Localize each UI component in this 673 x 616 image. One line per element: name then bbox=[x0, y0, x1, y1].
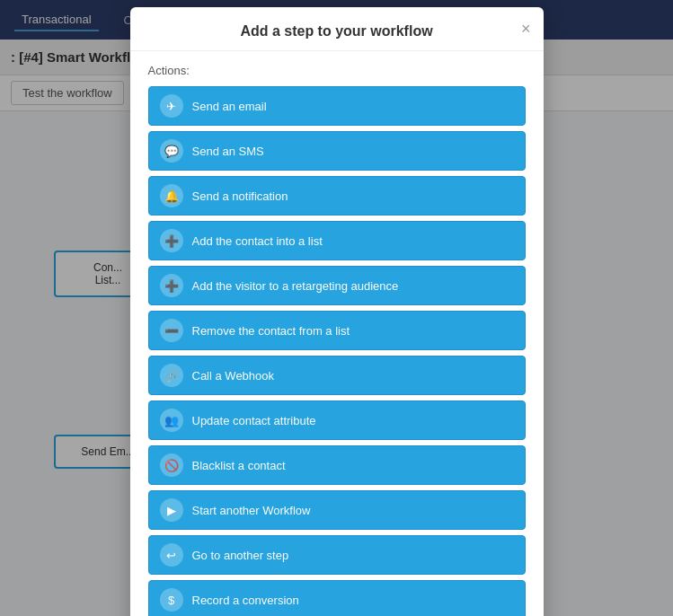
blacklist-contact-icon: 🚫 bbox=[160, 453, 183, 477]
send-notification-label: Send a notification bbox=[192, 189, 288, 203]
action-btn-remove-contact-list[interactable]: ➖Remove the contact from a list bbox=[148, 311, 526, 350]
update-contact-icon: 👥 bbox=[160, 409, 183, 432]
add-step-modal: Add a step to your workflow × Actions: ✈… bbox=[130, 7, 544, 616]
send-email-label: Send an email bbox=[192, 100, 267, 113]
remove-contact-list-icon: ➖ bbox=[160, 319, 183, 342]
go-to-step-icon: ↩ bbox=[160, 543, 183, 567]
modal-body: Actions: ✈Send an email💬Send an SMS🔔Send… bbox=[130, 51, 544, 616]
action-btn-send-sms[interactable]: 💬Send an SMS bbox=[148, 131, 526, 171]
go-to-step-label: Go to another step bbox=[192, 549, 289, 562]
record-conversion-icon: $ bbox=[160, 588, 183, 612]
start-workflow-icon: ▶ bbox=[160, 498, 183, 522]
action-btn-call-webhook[interactable]: 🔗Call a Webhook bbox=[148, 356, 526, 395]
action-btn-send-email[interactable]: ✈Send an email bbox=[148, 86, 526, 126]
add-contact-list-label: Add the contact into a list bbox=[192, 234, 323, 248]
call-webhook-icon: 🔗 bbox=[160, 364, 183, 387]
modal-title: Add a step to your workflow bbox=[240, 23, 432, 40]
modal-header: Add a step to your workflow × bbox=[130, 7, 544, 51]
add-visitor-retargeting-icon: ➕ bbox=[160, 274, 183, 297]
call-webhook-label: Call a Webhook bbox=[192, 369, 275, 383]
action-btn-start-workflow[interactable]: ▶Start another Workflow bbox=[148, 490, 526, 530]
send-email-icon: ✈ bbox=[160, 94, 183, 118]
action-btn-send-notification[interactable]: 🔔Send a notification bbox=[148, 176, 526, 216]
blacklist-contact-label: Blacklist a contact bbox=[192, 459, 286, 472]
update-contact-label: Update contact attribute bbox=[192, 414, 316, 427]
modal-close-button[interactable]: × bbox=[521, 21, 531, 37]
send-sms-label: Send an SMS bbox=[192, 145, 264, 158]
add-visitor-retargeting-label: Add the visitor to a retargeting audienc… bbox=[192, 279, 399, 293]
action-btn-blacklist-contact[interactable]: 🚫Blacklist a contact bbox=[148, 445, 526, 485]
action-btn-record-conversion[interactable]: $Record a conversion bbox=[148, 580, 526, 616]
start-workflow-label: Start another Workflow bbox=[192, 504, 311, 517]
send-sms-icon: 💬 bbox=[160, 139, 183, 163]
add-contact-list-icon: ➕ bbox=[160, 229, 183, 252]
remove-contact-list-label: Remove the contact from a list bbox=[192, 324, 350, 338]
actions-label: Actions: bbox=[148, 64, 526, 77]
action-btn-add-visitor-retargeting[interactable]: ➕Add the visitor to a retargeting audien… bbox=[148, 266, 526, 305]
action-btn-add-contact-list[interactable]: ➕Add the contact into a list bbox=[148, 221, 526, 260]
action-btn-go-to-step[interactable]: ↩Go to another step bbox=[148, 535, 526, 575]
send-notification-icon: 🔔 bbox=[160, 184, 183, 207]
action-btn-update-contact[interactable]: 👥Update contact attribute bbox=[148, 400, 526, 440]
record-conversion-label: Record a conversion bbox=[192, 594, 299, 607]
action-list: ✈Send an email💬Send an SMS🔔Send a notifi… bbox=[148, 86, 526, 616]
